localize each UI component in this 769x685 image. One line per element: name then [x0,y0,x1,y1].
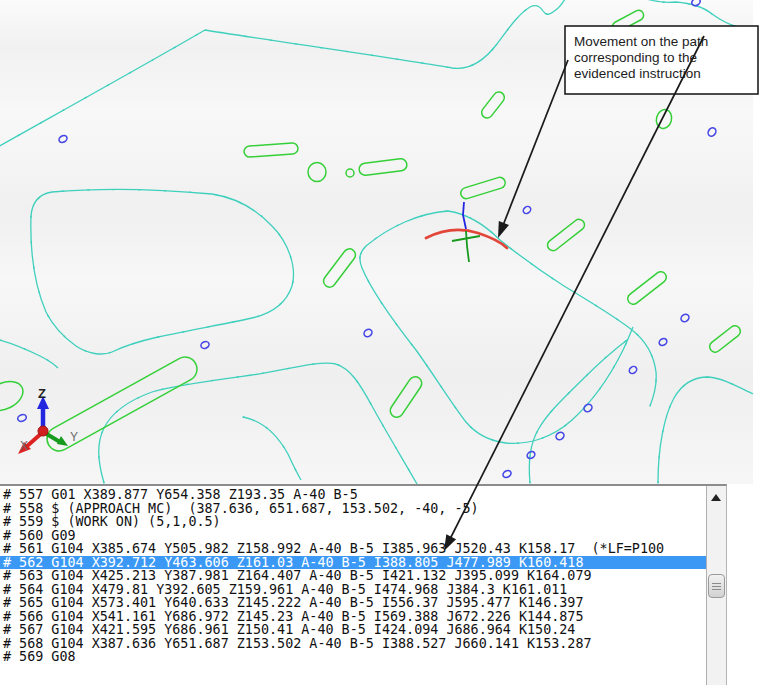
gcode-line[interactable]: # 557 G01 X389.877 Y654.358 Z193.35 A-40… [0,488,706,502]
toolpath-boundary-curves [0,0,753,484]
gcode-line[interactable]: # 565 G104 X573.401 Y640.633 Z145.222 A-… [0,596,706,610]
toolpath-scene: Z Y X [0,0,769,484]
gcode-line[interactable]: # 569 G08 [0,650,706,664]
gcode-line[interactable]: # 559 $ (WORK ON) (5,1,0.5) [0,515,706,529]
axis-x-label: X [20,439,28,453]
scroll-up-arrow-icon[interactable] [711,494,721,501]
axis-z-label: Z [38,386,46,401]
scrollbar-thumb[interactable] [708,574,725,598]
slot-outlines [0,9,743,456]
gcode-line-highlighted[interactable]: # 562 G104 X392.712 Y463.606 Z161.03 A-4… [0,556,706,570]
gcode-line[interactable]: # 560 G09 [0,529,706,543]
gcode-line[interactable]: # 567 G104 X421.595 Y686.961 Z150.41 A-4… [0,623,706,637]
3d-viewport[interactable]: Z Y X [0,0,769,484]
gcode-scrollbar[interactable] [706,486,726,685]
gcode-line[interactable]: # 568 G104 X387.636 Y651.687 Z153.502 A-… [0,637,706,651]
gcode-listing[interactable]: # 557 G01 X389.877 Y654.358 Z193.35 A-40… [0,486,706,685]
gcode-line[interactable]: # 558 $ (APPROACH MC) (387.636, 651.687,… [0,502,706,516]
gcode-panel: # 557 G01 X389.877 Y654.358 Z193.35 A-40… [0,484,727,685]
gcode-line[interactable]: # 563 G104 X425.213 Y387.981 Z164.407 A-… [0,569,706,583]
gcode-line[interactable]: # 564 G104 X479.81 Y392.605 Z159.961 A-4… [0,583,706,597]
toolpath-node-dots [0,0,753,484]
cam-simulator-window: Z Y X # 557 G01 X389.877 Y654.358 Z193.3… [0,0,769,685]
gcode-line[interactable]: # 561 G104 X385.674 Y505.982 Z158.992 A-… [0,542,706,556]
gcode-line[interactable]: # 566 G104 X541.161 Y686.972 Z145.23 A-4… [0,610,706,624]
axis-y-label: Y [70,430,78,444]
